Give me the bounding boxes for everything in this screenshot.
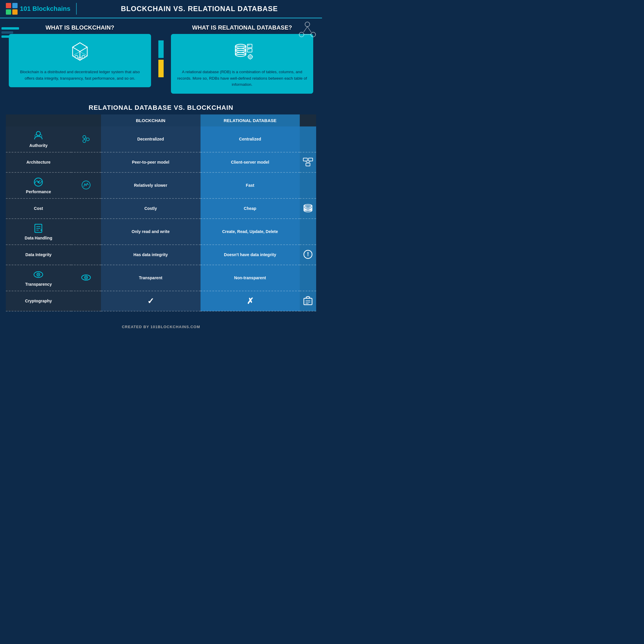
cell-rdb-value: ✗ — [201, 291, 300, 311]
logo-text: 101 Blockchains — [20, 5, 70, 13]
svg-rect-17 — [247, 44, 252, 48]
table-row: Authority Decentralized Centralized — [6, 126, 316, 152]
cell-feature: Data Integrity — [6, 245, 71, 265]
blockchain-icon — [68, 40, 92, 63]
cell-feature: Cost — [6, 198, 71, 219]
rdb-value: Fast — [246, 183, 254, 188]
svg-rect-0 — [6, 3, 11, 8]
cell-rdb-value: Fast — [201, 172, 300, 198]
cell-feature: Performance — [6, 172, 71, 198]
cell-rdb-value: Doesn't have data integrity — [201, 245, 300, 265]
comparison-table: BLOCKCHAIN RELATIONAL DATABASE Authority… — [6, 114, 316, 311]
blockchain-value: Has data integrity — [133, 252, 168, 257]
top-section-wrapper: WHAT IS BLOCKCHAIN? — [0, 18, 322, 100]
table-row: Data Handling Only read and write Create… — [6, 219, 316, 245]
cell-blockchain-icon — [71, 265, 101, 291]
cell-blockchain-value: Transparent — [101, 265, 201, 291]
rdb-value: Client-server model — [231, 160, 269, 165]
svg-line-45 — [308, 161, 311, 163]
mid-title-section: RELATIONAL DATABASE VS. BLOCKCHAIN — [0, 100, 322, 114]
cell-blockchain-value: Has data integrity — [101, 245, 201, 265]
rdb-label: WHAT IS RELATIONAL DATABASE? — [171, 24, 313, 31]
feature-label: Authority — [29, 143, 47, 148]
svg-point-37 — [86, 138, 89, 141]
svg-text:!: ! — [307, 251, 309, 257]
feature-label: Transparency — [25, 282, 52, 287]
rdb-value: Create, Read, Update, Delete — [222, 229, 278, 234]
cell-rdb-icon — [300, 219, 316, 245]
cell-feature: Authority — [6, 126, 71, 152]
logo-number: 101 — [20, 5, 31, 12]
rdb-value: Non-transparent — [234, 275, 266, 280]
deco-network-icon — [297, 20, 318, 40]
svg-rect-41 — [303, 158, 307, 161]
rdb-icon-area — [177, 40, 307, 64]
deco-corner — [297, 20, 318, 42]
rdb-column: WHAT IS RELATIONAL DATABASE? — [171, 24, 313, 94]
col-header-rdb: RELATIONAL DATABASE — [201, 114, 300, 126]
blockchain-value: Only read and write — [132, 229, 170, 234]
svg-point-38 — [83, 140, 86, 143]
comparison-title: RELATIONAL DATABASE VS. BLOCKCHAIN — [0, 104, 322, 112]
header: 101 Blockchains BLOCKCHAIN VS. RELATIONA… — [0, 0, 322, 18]
cell-blockchain-icon — [71, 219, 101, 245]
blockchain-description: Blockchain is a distributed and decentra… — [15, 69, 145, 81]
feature-icon — [9, 177, 68, 188]
rdb-value: Cheap — [244, 206, 256, 211]
svg-point-29 — [311, 32, 316, 37]
svg-point-28 — [299, 32, 304, 37]
cell-rdb-icon — [300, 198, 316, 219]
top-section: WHAT IS BLOCKCHAIN? — [0, 18, 322, 100]
footer: CREATED BY 101BLOCKCHAINS.COM — [0, 320, 322, 333]
footer-text: CREATED BY 101BLOCKCHAINS.COM — [122, 325, 200, 329]
cell-rdb-value: Non-transparent — [201, 265, 300, 291]
divider-teal — [158, 40, 164, 58]
cell-blockchain-icon — [71, 198, 101, 219]
cell-blockchain-value: ✓ — [101, 291, 201, 311]
blockchain-label: WHAT IS BLOCKCHAIN? — [9, 24, 151, 31]
rdb-description: A relational database (RDB) is a combina… — [177, 69, 307, 88]
comparison-section: BLOCKCHAIN RELATIONAL DATABASE Authority… — [0, 114, 322, 320]
cell-rdb-icon — [300, 291, 316, 311]
divider-yellow — [158, 60, 164, 77]
cell-blockchain-icon — [71, 152, 101, 172]
logo-name: Blockchains — [32, 5, 71, 12]
svg-marker-5 — [73, 43, 87, 52]
cell-rdb-value: Cheap — [201, 198, 300, 219]
svg-point-21 — [248, 55, 252, 59]
feature-label: Architecture — [26, 160, 50, 165]
cell-blockchain-value: Only read and write — [101, 219, 201, 245]
col-header-feature — [6, 114, 71, 126]
svg-line-48 — [38, 180, 40, 182]
svg-point-68 — [85, 277, 87, 278]
table-row: Cryptography ✓ ✗ — [6, 291, 316, 311]
blockchain-value: Peer-to-peer model — [132, 160, 169, 165]
svg-rect-19 — [247, 49, 252, 52]
cell-rdb-icon — [300, 126, 316, 152]
cell-blockchain-value: Peer-to-peer model — [101, 152, 201, 172]
rdb-value: Centralized — [239, 137, 261, 141]
svg-line-31 — [307, 27, 311, 32]
cell-blockchain-value: Relatively slower — [101, 172, 201, 198]
cell-feature: Architecture — [6, 152, 71, 172]
blockchain-value: Relatively slower — [134, 183, 167, 188]
cell-blockchain-value: Decentralized — [101, 126, 201, 152]
cell-blockchain-value: Costly — [101, 198, 201, 219]
rdb-icon — [230, 40, 254, 63]
cell-blockchain-icon — [71, 172, 101, 198]
feature-icon — [9, 131, 68, 142]
logo-area: 101 Blockchains — [6, 3, 77, 15]
feature-label: Performance — [26, 189, 51, 194]
blockchain-value: Decentralized — [137, 137, 164, 141]
blockchain-value: Costly — [144, 206, 157, 211]
svg-rect-42 — [309, 158, 313, 161]
cell-rdb-value: Create, Read, Update, Delete — [201, 219, 300, 245]
cell-blockchain-icon — [71, 291, 101, 311]
cell-rdb-icon — [300, 172, 316, 198]
cell-rdb-icon — [300, 265, 316, 291]
blockchain-card: Blockchain is a distributed and decentra… — [9, 34, 151, 87]
svg-point-65 — [38, 274, 39, 275]
rdb-value: ✗ — [247, 297, 254, 306]
svg-rect-18 — [248, 45, 249, 46]
svg-point-27 — [305, 22, 310, 27]
